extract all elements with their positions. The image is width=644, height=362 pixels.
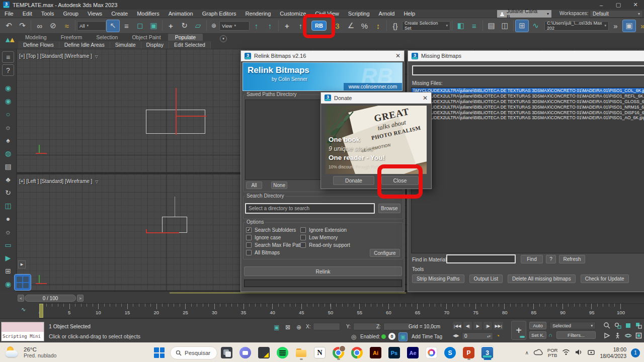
create-selection-set-dropdown[interactable]: Create Selection Set ▾ (402, 21, 450, 31)
close-icon[interactable]: ✕ (423, 95, 428, 101)
taskbar-app-chrome-2[interactable] (351, 345, 363, 360)
menu-item[interactable]: Tools (37, 10, 59, 18)
donate-button[interactable]: Donate (333, 176, 374, 185)
window-crossing-icon[interactable]: ▣ (147, 20, 160, 32)
grid-quad-icon[interactable]: ⊞ (2, 265, 14, 277)
taskbar-app-creative-cloud[interactable] (425, 345, 438, 360)
walk-through-icon[interactable] (612, 330, 623, 340)
named-selection-sets-icon[interactable]: {} (388, 20, 402, 32)
onedrive-cloud-icon[interactable] (533, 349, 543, 356)
light-bulb-icon[interactable]: ○ (2, 108, 14, 120)
language-indicator[interactable]: POR PTB (547, 348, 558, 358)
checkbox[interactable] (246, 227, 252, 233)
zoom-region-icon[interactable] (612, 320, 623, 330)
taskbar-app-notepad[interactable] (258, 345, 270, 360)
relink-dialog-titlebar[interactable]: 3 Relink Bitmaps v2.16 ✕ (241, 51, 404, 61)
menu-item[interactable]: Views (83, 10, 107, 18)
previous-frame-button[interactable]: < (18, 295, 24, 302)
zoom-extents-icon[interactable] (623, 320, 633, 330)
bind-to-space-warp-icon[interactable]: ≈ (60, 20, 73, 32)
find-button[interactable]: Find (521, 255, 543, 263)
status-field[interactable] (412, 65, 644, 75)
menu-item[interactable]: Civil View (310, 10, 343, 18)
next-frame-button[interactable]: |▶ (484, 322, 492, 330)
device-icon[interactable] (587, 349, 595, 356)
select-and-link-icon[interactable]: ∞ (33, 20, 46, 32)
select-and-move-icon[interactable]: + (164, 20, 178, 32)
spline-line-object[interactable] (176, 116, 206, 117)
go-to-end-button[interactable]: ▶▶| (494, 322, 503, 330)
browse-button[interactable]: Browse (378, 204, 400, 213)
checkbox[interactable] (300, 235, 306, 240)
taskbar-search[interactable]: Pesquisar (170, 346, 217, 359)
menu-item[interactable]: File (0, 10, 18, 18)
keyboard-shortcut-override-icon[interactable]: ↑ (294, 20, 307, 32)
filters-button[interactable]: Filters... (556, 331, 596, 339)
key-step-icons[interactable]: ◀▶ (453, 333, 459, 338)
maximize-viewport-icon[interactable] (633, 330, 644, 340)
next-frame-button[interactable]: > (77, 295, 84, 302)
select-object-icon[interactable]: ↖ (106, 20, 120, 32)
volume-icon[interactable] (575, 349, 583, 356)
snap-move-icon[interactable]: + (280, 20, 294, 32)
taskbar-clock[interactable]: 18:00 18/04/2023 (600, 346, 626, 359)
layer-manager-icon[interactable]: ▤ (485, 20, 498, 32)
spline-line-object[interactable] (146, 232, 179, 233)
ribbon-collapse-icon[interactable]: ▾ (220, 35, 227, 42)
redo-icon[interactable]: ↷ (16, 20, 29, 32)
scripting-mini-line[interactable]: Scripting Mini (2, 332, 44, 341)
trees-icon[interactable]: ♠ (2, 134, 14, 146)
curve-editor-icon[interactable]: ∿ (529, 20, 542, 32)
toolbar-overflow-icon[interactable]: » (609, 20, 622, 32)
menu-item[interactable]: Rendering (241, 10, 276, 18)
select-and-manipulate-icon[interactable]: ↑ (263, 20, 277, 32)
search-directory-input[interactable]: Select a directory to search (245, 203, 375, 214)
auto-key-button[interactable]: Auto (529, 322, 546, 329)
taskbar-app-chrome-1[interactable] (332, 345, 345, 360)
macro-recorder-line[interactable] (2, 322, 44, 332)
ribbon-tab[interactable]: Freeform (54, 34, 90, 41)
taskbar-app-skype[interactable]: S (444, 345, 456, 360)
add-time-tag-label[interactable]: Add Time Tag (412, 334, 442, 339)
undo-icon[interactable]: ↶ (2, 20, 16, 32)
missing-dialog-titlebar[interactable]: 3 Missing Bitmaps (408, 51, 644, 61)
viewport-filter-icon[interactable]: ▽ (95, 179, 98, 184)
orbit-icon[interactable] (623, 330, 633, 340)
missing-file-row[interactable]: \\MYCLOUDEX2ULTRA\juliane\BIBLIOTECA DE … (412, 88, 644, 94)
missing-file-row[interactable]: \\MYCLOUDEX2ULTRA\juliane\BIBLIOTECA DE … (412, 104, 644, 110)
camera-add-icon[interactable]: ◉ (2, 95, 14, 107)
taskbar-app-3dsmax[interactable]: 3 (481, 345, 494, 360)
project-folder-dropdown[interactable]: C:\Users\juli_\...os\3ds Max 202 ▾ (544, 21, 609, 31)
option-checkbox[interactable]: Ignore case (246, 234, 303, 241)
selection-region-icon[interactable]: ▣ (272, 323, 281, 332)
reference-coordinate-dropdown[interactable]: View ▾ (219, 21, 250, 31)
menu-item[interactable]: Graph Editors (198, 10, 241, 18)
globe-icon[interactable]: ◍ (2, 147, 14, 159)
notes-icon[interactable]: ≡ (2, 51, 14, 63)
ribbon-tab[interactable]: Selection (89, 34, 125, 41)
spline-line-object[interactable] (176, 88, 177, 135)
checkbox[interactable] (246, 250, 252, 255)
rectangular-selection-region-icon[interactable]: ◻ (133, 20, 147, 32)
mini-curve-editor-icon[interactable]: ∿ (21, 306, 26, 313)
ribbon-button[interactable]: Edit Selected (169, 41, 211, 49)
previous-frame-button[interactable]: ◀| (463, 322, 472, 330)
hidden-icons-chevron[interactable]: ∧ (525, 350, 529, 355)
layers-icon[interactable]: ◫ (2, 200, 14, 211)
z-coordinate-field[interactable] (383, 323, 411, 330)
percent-snap-icon[interactable]: % (358, 20, 371, 32)
transform-gizmo-icon[interactable]: ⊕ (294, 323, 303, 332)
close-icon[interactable]: ✕ (395, 53, 400, 59)
ribbon-button[interactable]: Define Idle Areas (59, 41, 110, 49)
selection-filter-dropdown[interactable]: All ▾ (77, 21, 106, 31)
ribbon-button[interactable]: Simulate (110, 41, 141, 49)
checkbox[interactable] (246, 235, 252, 240)
option-checkbox[interactable]: Read-only support (300, 241, 350, 248)
select-none-button[interactable]: None (271, 182, 287, 189)
slate-material-editor-icon[interactable]: ◫ (498, 20, 512, 32)
menu-item[interactable]: Group (58, 10, 83, 18)
swirl-icon[interactable]: ↻ (2, 187, 14, 198)
spline-line-object[interactable] (175, 197, 175, 217)
angle-snap-icon[interactable]: ∠ (344, 20, 358, 32)
time-slider-value[interactable]: 0 / 100 (25, 295, 76, 302)
